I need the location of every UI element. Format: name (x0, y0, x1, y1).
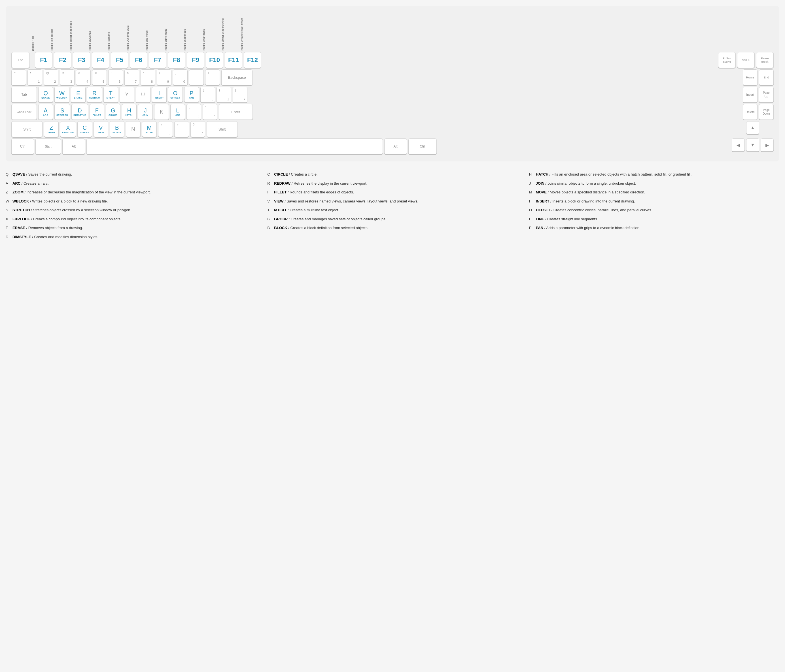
asdf-row: Caps Lock A ARC S STRETCH D DIMSTYLE F F… (11, 104, 774, 120)
key-shift-right[interactable]: Shift (206, 121, 238, 137)
key-delete[interactable]: Delete (743, 104, 757, 120)
key-f6[interactable]: F6 (130, 52, 147, 68)
key-quote[interactable]: " ' (203, 104, 217, 120)
key-semicolon[interactable]: : ; (186, 104, 201, 120)
key-ctrl-right[interactable]: Ctrl (408, 139, 437, 154)
legend-item-p: P PAN / Adds a parameter with grips to a… (529, 223, 779, 232)
legend-item-h: H HATCH / Fills an enclosed area or sele… (529, 170, 779, 179)
key-6[interactable]: ^ 6 (108, 69, 123, 85)
key-1[interactable]: ! 1 (28, 69, 42, 85)
fkey-label-f6: Toggle Dynamic UCS (126, 11, 144, 51)
key-a[interactable]: A ARC (38, 104, 53, 120)
key-rbracket[interactable]: } ] (216, 87, 231, 103)
key-5[interactable]: % 5 (92, 69, 107, 85)
key-slash[interactable]: ? / (191, 121, 205, 137)
fkey-label-f5: Toggle Isoplane (107, 11, 125, 51)
key-pageup[interactable]: PageUp (759, 87, 774, 103)
key-b[interactable]: B BLOCK (109, 121, 124, 137)
key-d[interactable]: D DIMSTYLE (71, 104, 88, 120)
key-lbracket[interactable]: { [ (200, 87, 215, 103)
legend-item-e: E ERASE / Removes objects from a drawing… (6, 223, 256, 232)
legend-item-q: Q QSAVE / Saves the current drawing. (6, 170, 256, 179)
fkey-row: Esc F1 F2 F3 F4 F5 F6 F7 F8 F9 F10 F11 F… (11, 52, 774, 68)
key-insert[interactable]: Insert (743, 87, 757, 103)
key-f8[interactable]: F8 (168, 52, 185, 68)
key-arrow-right[interactable]: ▶ (761, 139, 774, 151)
key-pause[interactable]: PauseBreak (756, 52, 774, 68)
key-f[interactable]: F FILLET (89, 104, 104, 120)
key-x[interactable]: X EXPLODE (60, 121, 76, 137)
key-end[interactable]: End (759, 69, 774, 85)
key-4[interactable]: $ 4 (76, 69, 91, 85)
key-2[interactable]: @ 2 (44, 69, 58, 85)
key-o[interactable]: O OFFSET (168, 87, 183, 103)
legend-item-o: O OFFSET / Creates concentric circles, p… (529, 206, 779, 215)
key-m[interactable]: M MOVE (142, 121, 157, 137)
key-f3[interactable]: F3 (73, 52, 91, 68)
key-enter[interactable]: Enter (219, 104, 253, 120)
key-tab[interactable]: Tab (11, 87, 37, 103)
key-0[interactable]: ) 0 (173, 69, 188, 85)
key-space[interactable] (86, 139, 383, 154)
key-c[interactable]: C CIRCLE (77, 121, 92, 137)
key-8[interactable]: * 8 (141, 69, 155, 85)
key-e[interactable]: E ERASE (71, 87, 86, 103)
key-f2[interactable]: F2 (54, 52, 71, 68)
key-g[interactable]: G GROUP (106, 104, 120, 120)
key-w[interactable]: W WBLOCK (55, 87, 69, 103)
key-f5[interactable]: F5 (111, 52, 128, 68)
key-minus[interactable]: — - (189, 69, 204, 85)
key-f9[interactable]: F9 (187, 52, 204, 68)
key-equals[interactable]: + = (205, 69, 220, 85)
key-f12[interactable]: F12 (244, 52, 261, 68)
key-arrow-left[interactable]: ◀ (732, 139, 745, 151)
key-7[interactable]: & 7 (124, 69, 139, 85)
key-arrow-down[interactable]: ▼ (746, 139, 759, 151)
key-z[interactable]: Z ZOOM (44, 121, 59, 137)
key-scrlk[interactable]: ScrLK (737, 52, 755, 68)
key-f7[interactable]: F7 (149, 52, 166, 68)
key-u[interactable]: U (136, 87, 150, 103)
key-t[interactable]: T MTEXT (103, 87, 118, 103)
key-backtick[interactable]: ~ ` (11, 69, 26, 85)
key-f10[interactable]: F10 (206, 52, 223, 68)
legend-col2: C CIRCLE / Creates a circle. R REDRAW / … (267, 170, 518, 241)
key-f4[interactable]: F4 (92, 52, 109, 68)
key-i[interactable]: I INSERT (152, 87, 167, 103)
key-shift-left[interactable]: Shift (11, 121, 42, 137)
key-backspace[interactable]: Backspace (221, 69, 252, 85)
key-3[interactable]: # 3 (60, 69, 75, 85)
legend-item-z: Z ZOOM / Increases or decreases the magn… (6, 188, 256, 197)
key-f11[interactable]: F11 (225, 52, 242, 68)
key-f1[interactable]: F1 (35, 52, 52, 68)
key-h[interactable]: H HATCH (122, 104, 137, 120)
key-capslock[interactable]: Caps Lock (11, 104, 37, 120)
key-backslash[interactable]: | \ (233, 87, 247, 103)
key-ctrl-left[interactable]: Ctrl (11, 139, 34, 154)
fkey-label-f8: Toggle ortho mode (164, 11, 181, 51)
key-prtscr[interactable]: PrtScnSysRq (718, 52, 736, 68)
key-esc[interactable]: Esc (11, 52, 30, 68)
legend-item-s: S STRETCH / Stretches objects crossed by… (6, 206, 256, 215)
key-start[interactable]: Start (36, 139, 61, 154)
key-home[interactable]: Home (743, 69, 757, 85)
key-p[interactable]: P PAN (184, 87, 199, 103)
key-q[interactable]: Q QSAVE (38, 87, 53, 103)
key-arrow-up[interactable]: ▲ (746, 121, 759, 134)
key-pagedown[interactable]: PageDown (759, 104, 774, 120)
key-period[interactable]: > . (174, 121, 189, 137)
key-l[interactable]: L LINE (170, 104, 185, 120)
key-j[interactable]: J JOIN (138, 104, 153, 120)
key-n[interactable]: N (126, 121, 141, 137)
key-alt-right[interactable]: Alt (384, 139, 407, 154)
key-comma[interactable]: < , (158, 121, 173, 137)
key-9[interactable]: ( 9 (157, 69, 172, 85)
key-r[interactable]: R REDRAW (87, 87, 102, 103)
key-alt-left[interactable]: Alt (63, 139, 85, 154)
key-s[interactable]: S STRETCH (55, 104, 70, 120)
key-v[interactable]: V VIEW (94, 121, 108, 137)
key-y[interactable]: Y (120, 87, 134, 103)
legend-item-j: J JOIN / Joins similar objects to form a… (529, 179, 779, 188)
key-k[interactable]: K (154, 104, 169, 120)
fkey-label-f9: Toggle snap mode (183, 11, 201, 51)
